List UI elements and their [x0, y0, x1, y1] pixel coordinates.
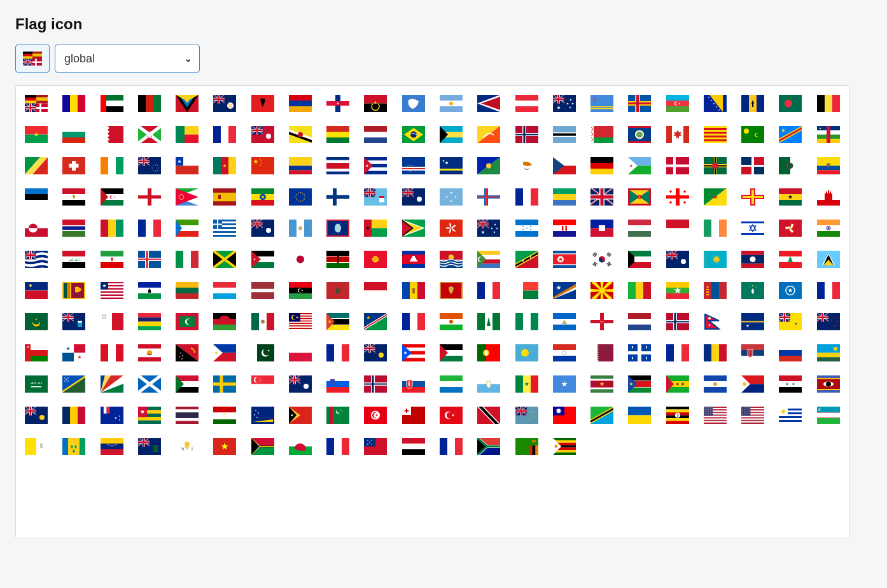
- flag-quebec[interactable]: [628, 344, 651, 361]
- flag-ck[interactable]: [138, 157, 161, 174]
- flag-as[interactable]: [477, 95, 500, 112]
- flag-nz[interactable]: [817, 313, 840, 330]
- flag-mn[interactable]: tRatio="none">: [704, 282, 727, 299]
- flag-gf[interactable]: [704, 188, 727, 206]
- flag-fi[interactable]: [326, 188, 349, 206]
- flag-kw[interactable]: tRatio="none">: [628, 251, 651, 268]
- flag-tl[interactable]: [289, 407, 312, 424]
- flag-tz[interactable]: [590, 407, 613, 424]
- flag-england[interactable]: [138, 188, 161, 206]
- flag-hu[interactable]: [628, 220, 651, 237]
- flag-fm[interactable]: [440, 188, 463, 206]
- flag-mz[interactable]: [326, 313, 349, 330]
- flag-um[interactable]: [704, 407, 727, 424]
- flag-gd[interactable]: [628, 188, 651, 206]
- flag-ga[interactable]: [553, 188, 576, 206]
- flag-ua[interactable]: [628, 407, 651, 424]
- flag-ec[interactable]: [817, 157, 840, 174]
- flag-iq[interactable]: tRatio="none">الله اكبر: [62, 251, 85, 268]
- flag-pe[interactable]: [101, 344, 123, 361]
- flag-bn[interactable]: [289, 126, 312, 143]
- flag-mv[interactable]: [176, 313, 199, 330]
- flag-af[interactable]: [138, 95, 161, 112]
- flag-pl[interactable]: [289, 344, 312, 361]
- flag-nf[interactable]: tRatio="none">: [477, 313, 500, 330]
- flag-dk[interactable]: [666, 157, 689, 174]
- flag-ms[interactable]: [62, 313, 85, 330]
- flag-sy[interactable]: tRatio="none">: [779, 375, 802, 393]
- flag-cr[interactable]: [326, 157, 349, 174]
- flag-to[interactable]: [402, 407, 425, 424]
- flag-bi[interactable]: [138, 126, 161, 143]
- flag-cu[interactable]: tRatio="none">: [364, 157, 387, 174]
- flag-fr[interactable]: [515, 188, 538, 206]
- flag-kg[interactable]: [364, 251, 387, 268]
- flag-fj[interactable]: [364, 188, 387, 206]
- flag-wf[interactable]: [326, 438, 349, 455]
- flag-aw[interactable]: [590, 95, 613, 112]
- flag-scotland[interactable]: [138, 375, 161, 393]
- flag-ps[interactable]: tRatio="none">: [440, 344, 463, 361]
- flag-vc[interactable]: tRatio="none">: [62, 438, 85, 455]
- flag-sk[interactable]: tRatio="none">: [402, 375, 425, 393]
- flag-th[interactable]: [176, 407, 199, 424]
- flag-az[interactable]: tRatio="none">: [666, 95, 689, 112]
- flag-ax[interactable]: [628, 95, 651, 112]
- flag-ir[interactable]: tRatio="none">: [101, 251, 123, 268]
- flag-se[interactable]: [213, 375, 236, 393]
- flag-bm[interactable]: [251, 126, 274, 143]
- flag-sn[interactable]: tRatio="none">: [515, 375, 538, 393]
- flag-pr[interactable]: tRatio="none">: [402, 344, 425, 361]
- flag-at[interactable]: [515, 95, 538, 112]
- flag-uy[interactable]: [779, 407, 802, 424]
- flag-au[interactable]: [553, 95, 576, 112]
- flag-cd[interactable]: [779, 126, 802, 143]
- flag-eu[interactable]: [289, 188, 312, 206]
- flag-cy[interactable]: [515, 157, 538, 174]
- flag-ne[interactable]: tRatio="none">: [440, 313, 463, 330]
- flag-tv[interactable]: [515, 407, 538, 424]
- flag-cv[interactable]: [402, 157, 425, 174]
- flag-sl[interactable]: [440, 375, 463, 393]
- current-flag-button[interactable]: [15, 45, 50, 73]
- flag-sh[interactable]: [289, 375, 312, 393]
- flag-pg[interactable]: [176, 344, 199, 361]
- flag-nl[interactable]: [628, 313, 651, 330]
- flag-ph[interactable]: [213, 344, 236, 361]
- flag-tk[interactable]: [251, 407, 274, 424]
- flag-hm[interactable]: [477, 220, 500, 237]
- flag-rs[interactable]: tRatio="none">: [741, 344, 764, 361]
- flag-ro[interactable]: [704, 344, 727, 361]
- flag-dz[interactable]: [779, 157, 802, 174]
- flag-es[interactable]: [213, 188, 236, 206]
- flag-ci[interactable]: [101, 157, 123, 174]
- flag-bo[interactable]: [326, 126, 349, 143]
- flag-de[interactable]: [590, 157, 613, 174]
- flag-ki[interactable]: [440, 251, 463, 268]
- flag-mr[interactable]: [25, 313, 48, 330]
- flag-sx[interactable]: [741, 375, 764, 393]
- flag-ls[interactable]: tRatio="none">: [138, 282, 161, 299]
- flag-is[interactable]: [138, 251, 161, 268]
- flag-sr[interactable]: [590, 375, 613, 393]
- flag-select[interactable]: global: [55, 45, 200, 73]
- flag-vg[interactable]: [138, 438, 161, 455]
- flag-ws[interactable]: [364, 438, 387, 455]
- flag-za[interactable]: [477, 438, 500, 455]
- flag-mw[interactable]: tRatio="none">: [213, 313, 236, 330]
- flag-gg[interactable]: [741, 188, 764, 206]
- flag-wales[interactable]: [289, 438, 312, 455]
- flag-tt[interactable]: [477, 407, 500, 424]
- flag-pk[interactable]: [251, 344, 274, 361]
- flag-cw[interactable]: [440, 157, 463, 174]
- flag-ae[interactable]: [101, 95, 123, 112]
- flag-aq[interactable]: [402, 95, 425, 112]
- flag-gq[interactable]: tRatio="none">: [176, 220, 199, 237]
- flag-cg[interactable]: [25, 157, 48, 174]
- flag-bw[interactable]: [553, 126, 576, 143]
- flag-no[interactable]: [666, 313, 689, 330]
- flag-mq[interactable]: [817, 282, 840, 299]
- flag-fk[interactable]: [402, 188, 425, 206]
- flag-bv[interactable]: [515, 126, 538, 143]
- flag-mp[interactable]: [779, 282, 802, 299]
